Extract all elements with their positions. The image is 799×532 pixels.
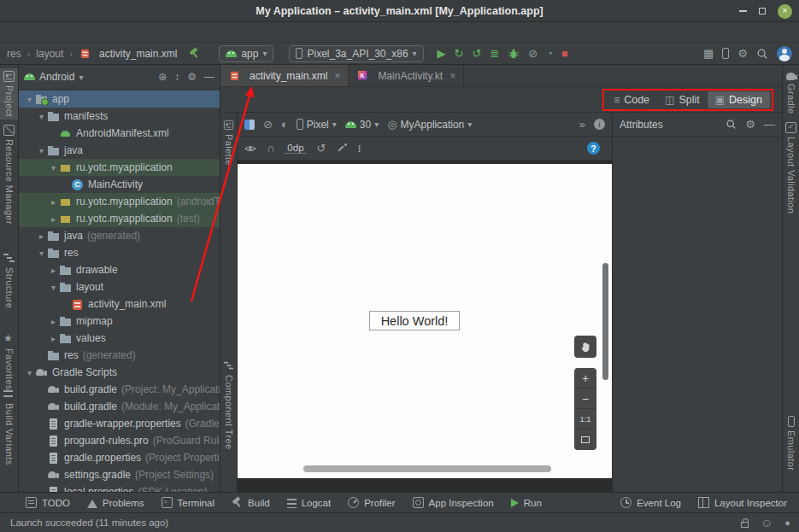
sync-project-icon[interactable]: ▦ (703, 48, 714, 59)
tool-window-button[interactable]: Emulator (783, 413, 799, 473)
tool-window-button[interactable]: Resource Manager (0, 122, 18, 227)
tree-row[interactable]: ▸ ru.yotc.myapplication (test) (19, 210, 220, 227)
bottom-tool-button[interactable]: Layout Inspector (698, 497, 787, 508)
menu-item[interactable] (5, 31, 17, 34)
tree-row[interactable]: ▾ ru.yotc.myapplication (19, 159, 220, 176)
design-surface[interactable]: Hello World! + − 1:1 (238, 161, 612, 492)
tree-row[interactable]: ▾ layout (19, 278, 220, 295)
tree-chevron-icon[interactable]: ▾ (36, 146, 47, 155)
tree-row[interactable]: local.properties (SDK Location) (19, 483, 220, 492)
tab-close-icon[interactable]: × (449, 70, 455, 82)
zoom-out-button[interactable]: − (574, 389, 596, 409)
infer-constraints-wand-icon[interactable] (336, 143, 347, 154)
tree-chevron-icon[interactable]: ▾ (24, 95, 35, 104)
bottom-tool-button[interactable]: Event Log (620, 497, 681, 508)
tree-row[interactable]: MainActivity (19, 176, 220, 193)
tree-chevron-icon[interactable]: ▸ (48, 197, 59, 207)
tree-row[interactable]: ▸ drawable (19, 261, 220, 278)
tree-chevron-icon[interactable]: ▸ (48, 214, 59, 224)
editor-tab[interactable]: activity_main.xml × (220, 65, 349, 86)
menu-item[interactable] (32, 31, 44, 34)
zoom-reset-button[interactable]: 1:1 (574, 409, 596, 430)
hello-world-textview[interactable]: Hello World! (369, 311, 460, 330)
tool-window-button[interactable]: Structure (0, 250, 18, 311)
view-mode-button[interactable]: ≡ Code (606, 91, 657, 108)
tree-chevron-icon[interactable]: ▸ (48, 317, 59, 326)
tree-row[interactable]: settings.gradle (Project Settings) (19, 466, 220, 483)
tree-row[interactable]: ▸ mipmap (19, 313, 220, 330)
tree-row[interactable]: ▸ ru.yotc.myapplication (androidTest) (19, 193, 220, 210)
guideline-icon[interactable]: I (357, 143, 361, 154)
tree-row[interactable]: ▾ manifests (19, 108, 220, 125)
bottom-tool-button[interactable]: Logcat (287, 498, 332, 508)
device-canvas[interactable]: Hello World! (238, 164, 612, 478)
debug-icon[interactable] (508, 48, 520, 60)
logcat-run-icon[interactable]: ≣ (490, 48, 499, 59)
lock-icon[interactable] (741, 522, 749, 528)
smiley-icon[interactable]: ☺ (761, 517, 773, 529)
menu-item[interactable] (142, 31, 154, 34)
tree-row[interactable]: gradle.properties (Project Properties) (19, 449, 220, 466)
breadcrumb-res[interactable]: res (7, 48, 21, 60)
device-dropdown[interactable]: Pixel_3a_API_30_x86 ▾ (289, 45, 423, 62)
device-manager-icon[interactable] (722, 48, 729, 59)
blueprint-icon[interactable]: ⊘ (263, 119, 273, 130)
hide-panel-icon[interactable]: — (764, 119, 775, 130)
tree-chevron-icon[interactable]: ▾ (24, 368, 35, 377)
orientation-icon[interactable]: ◐ (281, 119, 288, 130)
zoom-in-button[interactable]: + (574, 368, 596, 389)
tool-window-button[interactable]: Gradle (783, 68, 799, 116)
bottom-tool-button[interactable]: Problems (87, 498, 144, 508)
tree-row[interactable]: ▾ res (19, 244, 220, 261)
apply-code-changes-icon[interactable]: ↺ (473, 48, 482, 59)
menu-item[interactable] (156, 31, 167, 34)
coverage-icon[interactable]: ⊘ (528, 48, 538, 59)
device-selector[interactable]: Pixel ▾ (297, 119, 337, 131)
maximize-button[interactable] (759, 8, 766, 15)
theme-selector[interactable]: ◎ MyApplication ▾ (387, 119, 472, 131)
tree-row[interactable]: ▾ java (19, 142, 220, 159)
design-surface-icon[interactable] (244, 120, 255, 130)
tool-window-button[interactable]: Project (0, 68, 18, 120)
vertical-scrollbar[interactable] (602, 263, 608, 380)
autoconnect-magnet-icon[interactable]: ∩ (267, 143, 274, 154)
component-tree-tool-button[interactable]: Component Tree (220, 360, 237, 450)
bottom-tool-button[interactable]: Terminal (162, 497, 214, 508)
default-margin-button[interactable]: 0dp (285, 143, 306, 154)
bottom-tool-button[interactable]: Run (511, 498, 542, 508)
menu-item[interactable] (87, 31, 99, 34)
clear-constraints-icon[interactable]: ↺ (317, 143, 326, 154)
render-issues-icon[interactable]: i (594, 119, 605, 130)
view-options-eye-icon[interactable] (244, 143, 256, 155)
run-config-dropdown[interactable]: app ▾ (219, 45, 273, 62)
hide-panel-icon[interactable]: — (204, 71, 214, 83)
api-selector[interactable]: 30 ▾ (345, 119, 379, 131)
menu-item[interactable] (101, 31, 113, 34)
palette-tool-button[interactable]: Palette (220, 120, 237, 166)
menu-item[interactable] (115, 31, 126, 34)
tree-row[interactable]: activity_main.xml (19, 295, 220, 313)
menu-item[interactable] (73, 31, 85, 34)
close-button[interactable]: × (778, 4, 792, 19)
tree-row[interactable]: ▾ Gradle Scripts (19, 364, 220, 381)
menu-item[interactable] (169, 31, 181, 34)
menu-item[interactable] (128, 31, 140, 34)
avatar[interactable] (777, 46, 792, 61)
tree-row[interactable]: build.gradle (Project: My_Application) (19, 381, 220, 398)
bottom-tool-button[interactable]: Profiler (348, 497, 395, 508)
tree-chevron-icon[interactable]: ▸ (48, 266, 59, 275)
zoom-to-fit-button[interactable] (574, 430, 596, 450)
tree-row[interactable]: res (generated) (19, 347, 220, 364)
run-icon[interactable]: ▶ (438, 48, 446, 59)
tool-window-button[interactable]: Build Variants (0, 386, 18, 468)
overflow-icon[interactable]: » (579, 119, 585, 130)
stop-icon[interactable]: ■ (561, 48, 568, 59)
editor-tab[interactable]: MainActivity.kt × (349, 65, 464, 86)
tree-chevron-icon[interactable]: ▸ (36, 231, 47, 241)
tool-window-button[interactable]: Favorites (0, 331, 18, 393)
tree-row[interactable]: proguard-rules.pro (ProGuard Rules for a… (19, 432, 220, 449)
bottom-tool-button[interactable]: TODO (26, 497, 70, 508)
profiler-icon[interactable]: ◔ (546, 48, 553, 59)
search-icon[interactable] (726, 119, 737, 130)
search-icon[interactable] (756, 48, 768, 60)
